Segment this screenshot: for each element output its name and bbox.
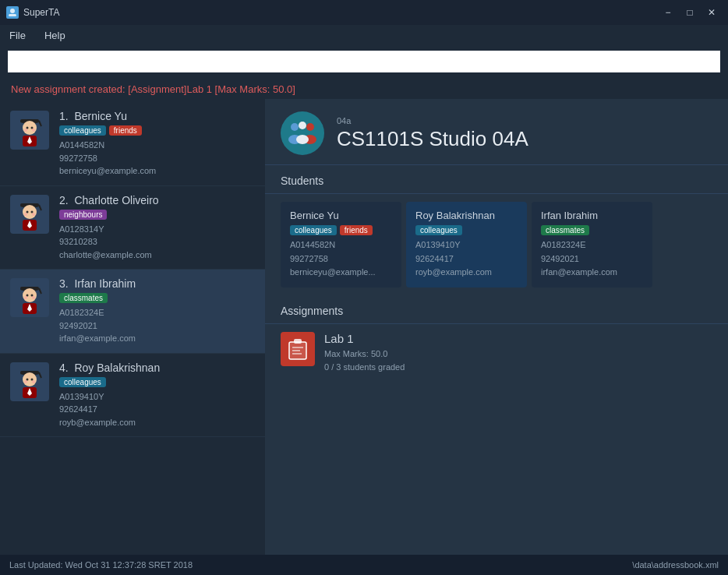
svg-point-46 — [291, 123, 299, 131]
studio-title: CS1101S Studio 04A — [337, 127, 712, 151]
student-detail: A0139410Y92624417royb@example.com — [59, 390, 256, 429]
maximize-button[interactable]: □ — [680, 5, 700, 20]
card-detail: A0144582N99272758berniceyu@example... — [290, 238, 392, 280]
card-tags: classmates — [541, 225, 643, 235]
status-left: Last Updated: Wed Oct 31 12:37:28 SRET 2… — [9, 560, 193, 570]
svg-point-33 — [24, 296, 27, 299]
avatar — [9, 277, 50, 318]
title-bar: SuperTA − □ ✕ — [0, 0, 728, 25]
student-info: 2. Charlotte Oliveiro neighbours A012831… — [59, 194, 256, 262]
avatar — [9, 362, 50, 402]
avatar — [9, 110, 50, 150]
studio-subtitle: 04a — [337, 116, 712, 125]
svg-point-20 — [27, 210, 29, 213]
graded-count: 0 / 3 students graded — [324, 362, 405, 372]
notification-text: New assignment created: [Assignment]Lab … — [11, 83, 295, 95]
list-item[interactable]: 4. Roy Balakrishnan colleagues A0139410Y… — [0, 354, 265, 438]
status-right: \data\addressbook.xml — [632, 560, 719, 570]
tag-classmates: classmates — [541, 225, 589, 235]
card-name: Bernice Yu — [290, 210, 392, 221]
svg-point-34 — [32, 296, 35, 299]
student-detail: A0144582N99272758berniceyu@example.com — [59, 139, 256, 178]
svg-point-28 — [23, 288, 37, 302]
svg-point-51 — [296, 135, 309, 144]
svg-rect-54 — [294, 339, 302, 344]
student-tags: classmates — [59, 293, 256, 303]
studio-header: 04a CS1101S Studio 04A — [265, 99, 728, 165]
assignment-name: Lab 1 — [324, 332, 405, 345]
close-button[interactable]: ✕ — [701, 5, 722, 20]
student-card[interactable]: Irfan Ibrahim classmates A0182324E924920… — [532, 202, 652, 288]
tag-colleagues: colleagues — [59, 377, 106, 387]
students-section-label: Students — [265, 165, 728, 194]
student-name: 1. Bernice Yu — [59, 110, 256, 122]
student-tags: colleagues — [59, 377, 256, 387]
student-card[interactable]: Roy Balakrishnan colleagues A0139410Y926… — [406, 202, 527, 288]
student-name: 2. Charlotte Oliveiro — [59, 194, 256, 206]
svg-point-22 — [24, 213, 27, 216]
menu-file[interactable]: File — [6, 28, 29, 43]
list-item[interactable]: 1. Bernice Yu colleagues friends A014458… — [0, 102, 265, 186]
svg-point-42 — [27, 378, 29, 380]
tag-colleagues: colleagues — [59, 125, 106, 136]
student-name: 4. Roy Balakrishnan — [59, 362, 256, 374]
studio-panel: 04a CS1101S Studio 04A Students Bernice … — [265, 99, 728, 555]
svg-point-32 — [31, 295, 34, 297]
assignments-section-label: Assignments — [265, 295, 728, 324]
students-grid: Bernice Yu colleagues friends A0144582N9… — [265, 194, 728, 295]
search-bar-container — [0, 46, 728, 77]
svg-point-45 — [32, 380, 35, 383]
card-detail: A0139410Y92624417royb@example.com — [415, 238, 518, 280]
max-marks: Max Marks: 50.0 — [324, 349, 387, 358]
svg-point-48 — [306, 123, 314, 131]
minimize-button[interactable]: − — [658, 5, 678, 20]
card-tags: colleagues friends — [290, 225, 392, 235]
student-name: 3. Irfan Ibrahim — [59, 277, 256, 290]
list-item[interactable]: 3. Irfan Ibrahim classmates A0182324E924… — [0, 270, 265, 354]
student-detail: A0182324E92492021irfan@example.com — [59, 306, 256, 345]
window-controls: − □ ✕ — [658, 5, 722, 20]
tag-classmates: classmates — [59, 293, 108, 303]
student-card[interactable]: Bernice Yu colleagues friends A0144582N9… — [281, 202, 401, 288]
app-title: SuperTA — [23, 7, 59, 18]
card-tags: colleagues — [415, 225, 518, 235]
svg-point-43 — [31, 378, 34, 380]
studio-icon — [281, 111, 324, 155]
status-bar: Last Updated: Wed Oct 31 12:37:28 SRET 2… — [0, 555, 728, 575]
svg-point-31 — [27, 295, 29, 297]
menu-help[interactable]: Help — [41, 28, 69, 43]
main-content: 1. Bernice Yu colleagues friends A014458… — [0, 99, 728, 555]
svg-rect-1 — [9, 14, 16, 16]
search-input[interactable] — [8, 51, 720, 72]
assignments-section: Lab 1 Max Marks: 50.0 0 / 3 students gra… — [265, 324, 728, 395]
tag-neighbours: neighbours — [59, 210, 107, 220]
student-info: 4. Roy Balakrishnan colleagues A0139410Y… — [59, 362, 256, 429]
student-info: 3. Irfan Ibrahim classmates A0182324E924… — [59, 277, 256, 345]
app-icon — [6, 6, 19, 19]
assignment-details: Lab 1 Max Marks: 50.0 0 / 3 students gra… — [324, 332, 405, 375]
svg-point-21 — [31, 210, 34, 213]
svg-point-10 — [31, 127, 34, 129]
svg-point-50 — [299, 122, 306, 129]
svg-point-17 — [23, 205, 37, 219]
assignment-icon — [281, 332, 315, 366]
svg-point-0 — [10, 9, 15, 13]
list-item[interactable]: 2. Charlotte Oliveiro neighbours A012831… — [0, 186, 265, 270]
assignment-meta: Max Marks: 50.0 0 / 3 students graded — [324, 347, 405, 375]
svg-point-6 — [23, 121, 37, 135]
assignment-item[interactable]: Lab 1 Max Marks: 50.0 0 / 3 students gra… — [281, 324, 712, 383]
card-detail: A0182324E92492021irfan@example.com — [541, 238, 643, 280]
card-name: Irfan Ibrahim — [541, 210, 643, 221]
tag-friends: friends — [109, 125, 142, 136]
student-tags: colleagues friends — [59, 125, 256, 136]
svg-point-11 — [24, 129, 27, 132]
menu-bar: File Help — [0, 25, 728, 46]
svg-point-39 — [23, 372, 37, 386]
svg-point-9 — [27, 127, 29, 129]
tag-colleagues: colleagues — [290, 225, 337, 235]
studio-header-text: 04a CS1101S Studio 04A — [337, 116, 712, 151]
svg-point-44 — [24, 380, 27, 383]
student-detail: A0128314Y93210283charlotte@example.com — [59, 223, 256, 262]
student-info: 1. Bernice Yu colleagues friends A014458… — [59, 110, 256, 178]
tag-friends: friends — [340, 225, 373, 235]
